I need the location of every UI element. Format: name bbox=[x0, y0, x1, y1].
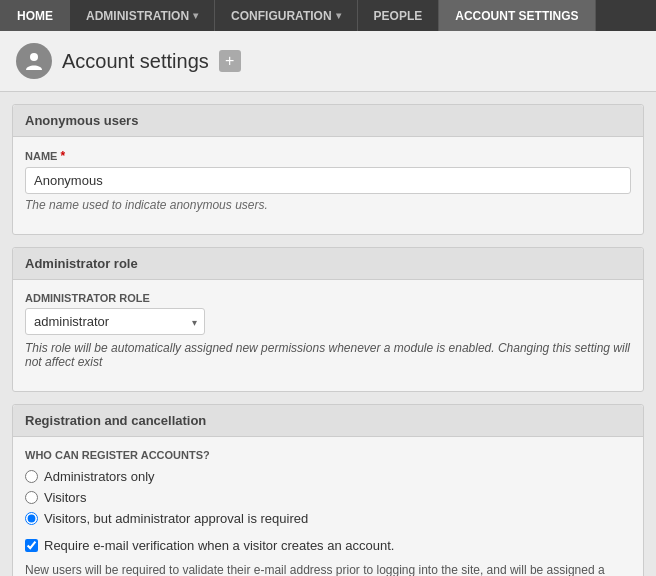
administrator-role-header: Administrator role bbox=[13, 248, 643, 280]
role-hint: This role will be automatically assigned… bbox=[25, 341, 631, 369]
page-title: Account settings bbox=[62, 50, 209, 73]
email-verification-group: Require e-mail verification when a visit… bbox=[25, 538, 631, 553]
registration-header: Registration and cancellation bbox=[13, 405, 643, 437]
administrator-role-section: Administrator role ADMINISTRATOR ROLE ad… bbox=[12, 247, 644, 392]
nav-label-account-settings: ACCOUNT SETTINGS bbox=[455, 9, 578, 23]
required-indicator: * bbox=[60, 149, 65, 163]
top-navigation: HOME ADMINISTRATION ▾ CONFIGURATION ▾ PE… bbox=[0, 0, 656, 31]
name-field-group: NAME * The name used to indicate anonymo… bbox=[25, 149, 631, 212]
administrator-role-select[interactable]: administrator moderator editor bbox=[25, 308, 205, 335]
radio-admins-only[interactable]: Administrators only bbox=[25, 469, 631, 484]
email-verification-label: Require e-mail verification when a visit… bbox=[44, 538, 394, 553]
role-field-group: ADMINISTRATOR ROLE administrator moderat… bbox=[25, 292, 631, 369]
name-label: NAME * bbox=[25, 149, 631, 163]
avatar bbox=[16, 43, 52, 79]
svg-point-0 bbox=[30, 53, 38, 61]
radio-admins-only-label: Administrators only bbox=[44, 469, 155, 484]
chevron-down-icon: ▾ bbox=[336, 10, 341, 21]
radio-visitors[interactable]: Visitors bbox=[25, 490, 631, 505]
radio-visitors-approval-label: Visitors, but administrator approval is … bbox=[44, 511, 308, 526]
registration-section: Registration and cancellation WHO CAN RE… bbox=[12, 404, 644, 576]
nav-item-configuration[interactable]: CONFIGURATION ▾ bbox=[215, 0, 357, 31]
radio-visitors-approval-input[interactable] bbox=[25, 512, 38, 525]
main-content: Anonymous users NAME * The name used to … bbox=[0, 92, 656, 576]
anonymous-users-section: Anonymous users NAME * The name used to … bbox=[12, 104, 644, 235]
chevron-down-icon: ▾ bbox=[193, 10, 198, 21]
nav-label-people: PEOPLE bbox=[374, 9, 423, 23]
add-button[interactable]: + bbox=[219, 50, 241, 72]
radio-admins-only-input[interactable] bbox=[25, 470, 38, 483]
radio-visitors-input[interactable] bbox=[25, 491, 38, 504]
name-hint: The name used to indicate anonymous user… bbox=[25, 198, 631, 212]
anonymous-users-header: Anonymous users bbox=[13, 105, 643, 137]
nav-item-home[interactable]: HOME bbox=[0, 0, 70, 31]
anonymous-name-input[interactable] bbox=[25, 167, 631, 194]
administrator-role-body: ADMINISTRATOR ROLE administrator moderat… bbox=[13, 280, 643, 391]
nav-label-home: HOME bbox=[17, 9, 53, 23]
page-header: Account settings + bbox=[0, 31, 656, 92]
registration-body: WHO CAN REGISTER ACCOUNTS? Administrator… bbox=[13, 437, 643, 576]
nav-label-configuration: CONFIGURATION bbox=[231, 9, 331, 23]
who-can-register-label: WHO CAN REGISTER ACCOUNTS? bbox=[25, 449, 631, 461]
nav-item-account-settings[interactable]: ACCOUNT SETTINGS bbox=[439, 0, 595, 31]
verification-hint: New users will be required to validate t… bbox=[25, 561, 631, 576]
nav-item-administration[interactable]: ADMINISTRATION ▾ bbox=[70, 0, 215, 31]
nav-item-people[interactable]: PEOPLE bbox=[358, 0, 440, 31]
role-label: ADMINISTRATOR ROLE bbox=[25, 292, 631, 304]
nav-label-administration: ADMINISTRATION bbox=[86, 9, 189, 23]
role-select-wrapper: administrator moderator editor ▾ bbox=[25, 308, 205, 335]
email-verification-checkbox-label[interactable]: Require e-mail verification when a visit… bbox=[25, 538, 631, 553]
radio-visitors-label: Visitors bbox=[44, 490, 86, 505]
radio-visitors-approval[interactable]: Visitors, but administrator approval is … bbox=[25, 511, 631, 526]
anonymous-users-body: NAME * The name used to indicate anonymo… bbox=[13, 137, 643, 234]
email-verification-checkbox[interactable] bbox=[25, 539, 38, 552]
registration-radio-group: Administrators only Visitors Visitors, b… bbox=[25, 469, 631, 526]
